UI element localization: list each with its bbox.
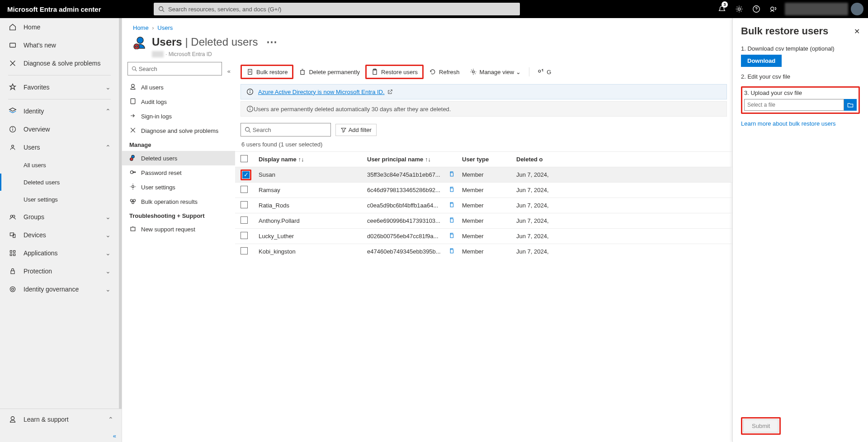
user-avatar[interactable] [851, 3, 863, 15]
nav-learn-support[interactable]: Learn & support ⌃ [0, 409, 122, 429]
delete-permanently-button[interactable]: Delete permanently [294, 66, 364, 78]
subnav-all-users[interactable]: All users [122, 80, 235, 94]
svg-rect-54 [450, 188, 453, 192]
col-deleted[interactable]: Deleted o [516, 156, 557, 163]
col-upn[interactable]: User principal name ↑↓ [367, 156, 448, 163]
copy-upn-button[interactable] [448, 217, 462, 225]
feedback-icon[interactable] [765, 0, 782, 18]
nav-devices[interactable]: Devices ⌄ [0, 226, 119, 244]
table-row[interactable]: Kobi_kingstone47460eb749345ebb395b...Mem… [235, 244, 732, 259]
svg-rect-16 [10, 254, 12, 256]
file-input[interactable] [744, 99, 844, 111]
col-display-name[interactable]: Display name ↑↓ [259, 156, 367, 163]
table-search[interactable]: Search [241, 123, 331, 136]
subnav-user-settings[interactable]: User settings [122, 180, 235, 194]
global-search-placeholder: Search resources, services, and docs (G+… [168, 6, 281, 13]
table-row[interactable]: Ramsay6c46d9798133465286b92...MemberJun … [235, 182, 732, 197]
cell-upn: 35ff3e3c84e745a1b1eb67... [367, 171, 448, 178]
refresh-button[interactable]: Refresh [425, 66, 464, 78]
subnav-audit-logs[interactable]: Audit logs [122, 94, 235, 109]
key-icon [129, 169, 137, 177]
sidebar-collapse-button[interactable]: « [0, 429, 122, 442]
cell-upn: cee6e690996b417393103... [367, 217, 448, 224]
subnav-bulk-results[interactable]: Bulk operation results [122, 194, 235, 209]
nav-identity[interactable]: Identity ⌃ [0, 102, 119, 120]
row-checkbox[interactable] [241, 247, 248, 254]
copy-icon [448, 171, 455, 177]
subnav-new-support[interactable]: New support request [122, 222, 235, 236]
row-checkbox[interactable] [241, 201, 248, 208]
svg-point-4 [771, 7, 774, 10]
col-user-type[interactable]: User type [462, 156, 516, 163]
nav-all-users[interactable]: All users [0, 156, 119, 174]
help-icon[interactable] [748, 0, 765, 18]
restore-users-button[interactable]: Restore users [365, 65, 424, 79]
table-row[interactable]: Lucky_Lutherd026b00756eb47cc81f9a...Memb… [235, 228, 732, 244]
copy-upn-button[interactable] [448, 232, 462, 240]
cell-display-name: Ramsay [259, 187, 367, 193]
notifications-icon[interactable]: 3 [713, 0, 731, 18]
close-icon[interactable]: ✕ [854, 27, 860, 36]
nav-applications[interactable]: Applications ⌄ [0, 244, 119, 262]
row-checkbox[interactable] [241, 186, 248, 193]
blade-sidebar: Search « All users Audit logs Sign-in lo… [122, 62, 235, 259]
subnav-deleted-users[interactable]: Deleted users [122, 151, 235, 165]
chevron-down-icon: ⌄ [105, 231, 111, 239]
subnav-diagnose[interactable]: Diagnose and solve problems [122, 123, 235, 138]
add-filter-button[interactable]: Add filter [335, 124, 377, 136]
book-icon [129, 98, 137, 106]
main-content: Home › Users Users | Deleted users ⋯ · M… [122, 18, 732, 442]
rename-link[interactable]: Azure Active Directory is now Microsoft … [258, 89, 385, 95]
svg-point-36 [132, 201, 134, 203]
nav-home[interactable]: Home [0, 18, 119, 36]
cell-upn: d026b00756eb47cc81f9a... [367, 233, 448, 240]
nav-users[interactable]: Users ⌃ [0, 138, 119, 156]
more-icon[interactable]: ⋯ [266, 36, 277, 48]
header-icons: 3 [713, 0, 868, 18]
download-button[interactable]: Download [741, 55, 782, 67]
subnav-signin-logs[interactable]: Sign-in logs [122, 109, 235, 123]
table-header: Display name ↑↓ User principal name ↑↓ U… [235, 151, 732, 167]
svg-rect-53 [450, 173, 453, 176]
nav-protection[interactable]: Protection ⌄ [0, 262, 119, 280]
groups-icon [8, 212, 17, 221]
learn-more-link[interactable]: Learn more about bulk restore users [741, 120, 860, 127]
table-row[interactable]: Anthony.Pollardcee6e690996b417393103...M… [235, 213, 732, 228]
settings-icon[interactable] [731, 0, 748, 18]
browse-button[interactable] [844, 99, 857, 111]
nav-favorites[interactable]: Favorites ⌄ [0, 78, 119, 96]
copy-upn-button[interactable] [448, 202, 462, 209]
subnav-password-reset[interactable]: Password reset [122, 165, 235, 180]
user-icon [129, 83, 137, 92]
nav-diagnose[interactable]: Diagnose & solve problems [0, 54, 119, 72]
nav-groups[interactable]: Groups ⌄ [0, 208, 119, 226]
nav-deleted-users[interactable]: Deleted users [0, 174, 119, 191]
copy-upn-button[interactable] [448, 171, 462, 179]
row-checkbox[interactable] [241, 216, 248, 224]
row-checkbox[interactable]: ✓ [242, 171, 250, 179]
nav-user-settings[interactable]: User settings [0, 191, 119, 208]
copy-icon [448, 202, 455, 208]
copy-upn-button[interactable] [448, 186, 462, 194]
copy-upn-button[interactable] [448, 248, 462, 255]
nav-whatsnew[interactable]: What's new [0, 36, 119, 54]
table-row[interactable]: ✓Susan35ff3e3c84e745a1b1eb67...MemberJun… [235, 167, 732, 182]
table-row[interactable]: Ratia_Rodsc0ea5d9bc6bf4bffb1aa64...Membe… [235, 197, 732, 213]
cell-user-type: Member [462, 202, 516, 209]
blade-collapse-button[interactable]: « [227, 68, 235, 75]
nav-overview[interactable]: Overview [0, 120, 119, 138]
svg-point-19 [10, 287, 15, 292]
more-button[interactable]: G [532, 66, 556, 78]
global-search[interactable]: Search resources, services, and docs (G+… [154, 3, 520, 15]
select-all-checkbox[interactable] [241, 155, 248, 162]
breadcrumb-users[interactable]: Users [157, 24, 173, 31]
row-checkbox[interactable] [241, 232, 248, 239]
submit-button[interactable]: Submit [743, 419, 778, 433]
bulk-restore-button[interactable]: Bulk restore [241, 65, 293, 79]
external-link-icon [387, 89, 393, 94]
breadcrumb-home[interactable]: Home [133, 24, 149, 31]
blade-search[interactable]: Search [127, 62, 222, 75]
manage-view-button[interactable]: Manage view ⌄ [465, 66, 526, 78]
nav-identity-governance[interactable]: Identity governance ⌄ [0, 280, 119, 298]
cell-upn: c0ea5d9bc6bf4bffb1aa64... [367, 202, 448, 209]
